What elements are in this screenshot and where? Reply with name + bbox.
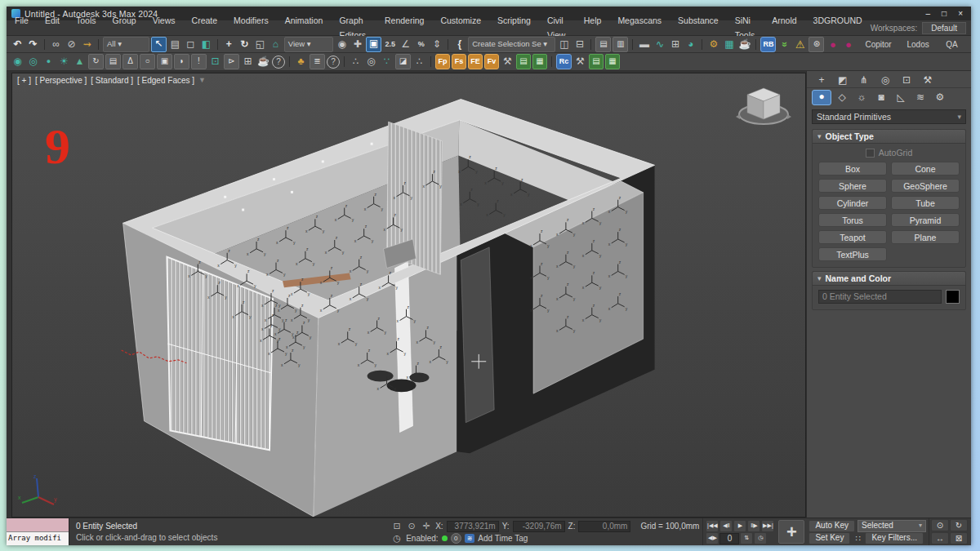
select-and-scale-icon[interactable]: ◱ (253, 38, 267, 51)
object-color-swatch[interactable] (946, 290, 960, 304)
category-lights-icon[interactable]: ☼ (853, 91, 871, 104)
pan-icon[interactable]: ↔ (931, 532, 949, 544)
viewport-label-segment[interactable]: [ Edged Faces ] (137, 76, 194, 85)
forest-list-icon[interactable]: ▤ (516, 54, 531, 69)
object-type-button[interactable]: Plane (891, 230, 960, 244)
spinner-snap-icon[interactable]: ⇕ (430, 38, 443, 51)
undo-icon[interactable]: ↶ (11, 38, 24, 51)
railclone-library-icon[interactable]: ▦ (605, 54, 620, 69)
paint-icon[interactable]: ◗ (174, 54, 189, 69)
tab-motion-icon[interactable]: ◎ (875, 73, 895, 87)
category-cameras-icon[interactable]: ◙ (872, 91, 890, 104)
viewport-label-segment[interactable]: [ + ] (17, 76, 31, 85)
copitor-button[interactable]: Copitor (857, 38, 897, 51)
category-shapes-icon[interactable]: ◇ (833, 91, 851, 104)
bind-to-space-warp-icon[interactable]: ⇝ (80, 38, 94, 51)
select-and-move-icon[interactable]: + (222, 38, 236, 51)
schematic-view-icon[interactable]: ⊞ (668, 38, 682, 51)
select-and-manipulate-icon[interactable]: ✚ (350, 38, 364, 51)
bulb-doc-icon[interactable]: ! (191, 54, 207, 69)
selection-filter-dropdown[interactable]: All ▾ (103, 37, 149, 52)
mouse-select-icon[interactable]: ◪ (395, 54, 411, 69)
category-helpers-icon[interactable]: ◺ (892, 91, 910, 104)
autogrid-checkbox[interactable] (866, 149, 875, 158)
time-tag-icon[interactable]: ≋ (465, 534, 475, 543)
y-coordinate-field[interactable]: -3209,76m (513, 521, 565, 532)
tab-modify-icon[interactable]: ◩ (833, 73, 853, 87)
play-button[interactable]: ▶ (733, 520, 746, 532)
forestpack-fe-badge[interactable]: FE (468, 54, 483, 69)
material-editor-icon[interactable]: ◕ (684, 38, 697, 51)
add-big-button[interactable]: + (778, 520, 804, 544)
railclone-list-icon[interactable]: ▤ (589, 54, 604, 69)
isolate-selection-icon[interactable]: ⊡ (391, 521, 403, 531)
select-and-rotate-icon[interactable]: ↻ (238, 38, 252, 51)
monitor-icon[interactable]: ⊡ (208, 55, 222, 69)
object-type-button[interactable]: Teapot (818, 230, 887, 244)
forestpack-fv-badge[interactable]: Fv (484, 54, 499, 69)
z-coordinate-field[interactable]: 0,0mm (578, 521, 630, 532)
lodos-button[interactable]: Lodos (898, 38, 935, 51)
select-object-icon[interactable]: ↖ (151, 37, 167, 52)
light-bulb-icon[interactable]: ● (42, 55, 56, 69)
previous-key-button[interactable]: ◀‖ (719, 520, 733, 532)
maximize-viewport-icon[interactable]: ⊠ (950, 532, 968, 544)
target-icon[interactable]: ◎ (364, 55, 378, 69)
camera-tool-icon[interactable]: ◉ (11, 55, 24, 69)
listener-field[interactable]: Array modifi (7, 532, 69, 545)
reference-coordinate-dropdown[interactable]: View ▾ (284, 37, 333, 52)
forestpack-fs-badge[interactable]: Fs (452, 54, 466, 69)
keyboard-override-icon[interactable]: ▣ (366, 37, 381, 52)
select-and-link-icon[interactable]: ∞ (49, 38, 63, 51)
select-by-name-icon[interactable]: ▤ (168, 38, 182, 51)
forest-tools-wrench-icon[interactable]: ⚒ (501, 55, 514, 69)
time-configuration-button[interactable]: ◷ (754, 532, 767, 544)
object-type-button[interactable]: Box (818, 162, 887, 176)
monitor-play-icon[interactable]: ⊳ (224, 54, 239, 69)
nodes-icon[interactable]: ∴ (412, 55, 426, 69)
help2-icon[interactable]: ? (327, 56, 340, 69)
object-type-button[interactable]: Cylinder (818, 196, 887, 210)
set-key-button[interactable]: Set Key (808, 532, 850, 544)
railclone-wrench-icon[interactable]: ⚒ (573, 55, 587, 69)
align-icon[interactable]: ⊟ (572, 38, 586, 51)
object-type-button[interactable]: Torus (818, 213, 887, 227)
ring-icon[interactable]: ○ (140, 54, 155, 69)
tab-create-icon[interactable]: + (812, 73, 831, 87)
use-pivot-point-icon[interactable]: ◉ (335, 38, 349, 51)
auto-key-button[interactable]: Auto Key (808, 520, 855, 532)
curve-editor-icon[interactable]: ∿ (653, 38, 666, 51)
settings-atom-icon[interactable]: ⊛ (808, 37, 824, 52)
bell-icon[interactable]: Δ (122, 54, 138, 69)
select-and-place-icon[interactable]: ⌂ (269, 38, 283, 51)
layer-explorer-icon[interactable]: ▥ (612, 37, 628, 52)
tab-hierarchy-icon[interactable]: ⋔ (854, 73, 874, 87)
go-to-start-button[interactable]: |◀◀ (706, 520, 719, 532)
tab-display-icon[interactable]: ⊡ (897, 73, 916, 87)
x-coordinate-field[interactable]: 3773,921m (447, 521, 499, 532)
category-spacewarps-icon[interactable]: ≋ (911, 91, 929, 104)
next-key-button[interactable]: ‖▶ (747, 520, 760, 532)
tab-utilities-icon[interactable]: ⚒ (918, 73, 938, 87)
object-type-button[interactable]: TextPlus (818, 247, 887, 261)
rendered-frame-window-icon[interactable]: ▦ (722, 38, 736, 51)
object-type-rollout-header[interactable]: ▾ Object Type (813, 130, 965, 144)
selection-set-combo[interactable]: Selected ▾ (858, 520, 926, 532)
object-type-button[interactable]: Sphere (818, 179, 887, 193)
forestpack-fp-badge[interactable]: Fp (435, 54, 450, 69)
angle-snap-icon[interactable]: ∠ (399, 38, 412, 51)
transform-gizmo-icon[interactable]: ✛ (421, 521, 432, 531)
rectangular-selection-region-icon[interactable]: ◻ (184, 38, 198, 51)
qa-button[interactable]: QA (937, 38, 967, 51)
object-name-field[interactable]: 0 Entity Selected (818, 290, 942, 304)
lock-selection-icon[interactable]: ⊙ (406, 521, 417, 531)
scatter-dots-icon[interactable]: ∴ (349, 55, 363, 69)
key-filters-button[interactable]: Key Filters... (865, 532, 924, 544)
maximize-button[interactable]: □ (942, 9, 947, 18)
camera-pair-icon[interactable]: ◎ (26, 55, 40, 69)
redo-icon[interactable]: ↷ (26, 38, 40, 51)
tree-icon[interactable]: ▲ (73, 55, 87, 69)
window-crossing-icon[interactable]: ◧ (199, 38, 213, 51)
key-mode-toggle[interactable]: ◀▶ (706, 532, 719, 544)
minimize-button[interactable]: – (926, 9, 931, 18)
